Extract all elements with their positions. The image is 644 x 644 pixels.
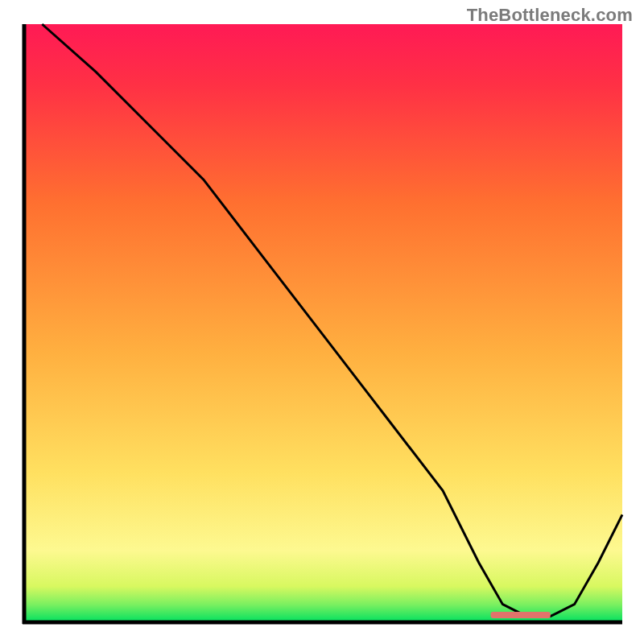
watermark-text: TheBottleneck.com	[467, 5, 633, 26]
bottleneck-chart	[0, 0, 644, 644]
optimal-range-marker	[491, 612, 551, 618]
plot-background	[24, 24, 622, 622]
chart-container: { "watermark": "TheBottleneck.com", "cha…	[0, 0, 644, 644]
